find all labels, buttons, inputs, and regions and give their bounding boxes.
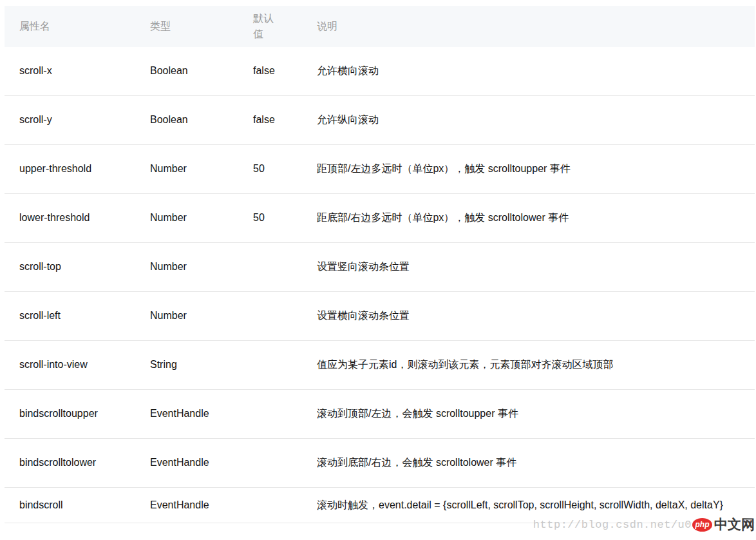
type-cell: EventHandle — [135, 390, 238, 439]
table-row: scroll-top Number 设置竖向滚动条位置 — [5, 243, 755, 292]
table-row: scroll-y Boolean false 允许纵向滚动 — [5, 96, 755, 145]
table-row: lower-threshold Number 50 距底部/右边多远时（单位px… — [5, 194, 755, 243]
default-value-cell: false — [238, 47, 302, 96]
type-cell: Boolean — [135, 96, 238, 145]
description-cell: 滚动到顶部/左边，会触发 scrolltoupper 事件 — [302, 390, 755, 439]
column-header-default: 默认值 — [238, 6, 302, 47]
property-name-cell: scroll-left — [5, 292, 135, 341]
properties-table: 属性名 类型 默认值 说明 scroll-x Boolean false 允许横… — [5, 6, 755, 523]
default-value-cell: 50 — [238, 145, 302, 194]
header-row: 属性名 类型 默认值 说明 — [5, 6, 755, 47]
property-name-cell: scroll-into-view — [5, 341, 135, 390]
type-cell: Number — [135, 145, 238, 194]
php-logo-suffix: 中文网 — [714, 516, 755, 534]
description-cell: 允许纵向滚动 — [302, 96, 755, 145]
type-cell: Number — [135, 292, 238, 341]
watermark-url-text: http://blog.csdn.net/u0 — [533, 519, 692, 531]
column-header-description-label: 说明 — [317, 21, 337, 32]
table-row: bindscrolltolower EventHandle 滚动到底部/右边，会… — [5, 439, 755, 488]
column-header-type-label: 类型 — [150, 21, 171, 32]
table-body: scroll-x Boolean false 允许横向滚动 scroll-y B… — [5, 47, 755, 523]
default-value-cell — [238, 439, 302, 488]
table-header: 属性名 类型 默认值 说明 — [5, 6, 755, 47]
property-name-cell: upper-threshold — [5, 145, 135, 194]
description-cell: 值应为某子元素id，则滚动到该元素，元素顶部对齐滚动区域顶部 — [302, 341, 755, 390]
table-row: upper-threshold Number 50 距顶部/左边多远时（单位px… — [5, 145, 755, 194]
property-name-cell: scroll-top — [5, 243, 135, 292]
column-header-default-label: 默认值 — [253, 11, 275, 42]
column-header-type: 类型 — [135, 6, 238, 47]
page: 属性名 类型 默认值 说明 scroll-x Boolean false 允许横… — [0, 0, 756, 540]
type-cell: Number — [135, 194, 238, 243]
column-header-name-label: 属性名 — [19, 21, 50, 32]
type-cell: EventHandle — [135, 488, 238, 523]
watermark: http://blog.csdn.net/u0 php 中文网 — [533, 516, 755, 533]
table-row: scroll-left Number 设置横向滚动条位置 — [5, 292, 755, 341]
properties-table-container: 属性名 类型 默认值 说明 scroll-x Boolean false 允许横… — [5, 6, 755, 523]
type-cell: String — [135, 341, 238, 390]
type-cell: Number — [135, 243, 238, 292]
default-value-cell — [238, 390, 302, 439]
column-header-description: 说明 — [302, 6, 755, 47]
description-cell: 设置竖向滚动条位置 — [302, 243, 755, 292]
description-cell: 允许横向滚动 — [302, 47, 755, 96]
table-row: bindscrolltoupper EventHandle 滚动到顶部/左边，会… — [5, 390, 755, 439]
description-cell: 距底部/右边多远时（单位px），触发 scrolltolower 事件 — [302, 194, 755, 243]
default-value-cell — [238, 292, 302, 341]
default-value-cell — [238, 341, 302, 390]
property-name-cell: bindscrolltoupper — [5, 390, 135, 439]
default-value-cell — [238, 488, 302, 523]
table-row: scroll-x Boolean false 允许横向滚动 — [5, 47, 755, 96]
column-header-name: 属性名 — [5, 6, 135, 47]
description-cell: 设置横向滚动条位置 — [302, 292, 755, 341]
type-cell: Boolean — [135, 47, 238, 96]
default-value-cell — [238, 243, 302, 292]
property-name-cell: lower-threshold — [5, 194, 135, 243]
property-name-cell: scroll-y — [5, 96, 135, 145]
description-cell: 滚动到底部/右边，会触发 scrolltolower 事件 — [302, 439, 755, 488]
property-name-cell: bindscrolltolower — [5, 439, 135, 488]
property-name-cell: bindscroll — [5, 488, 135, 523]
table-row: scroll-into-view String 值应为某子元素id，则滚动到该元… — [5, 341, 755, 390]
description-cell: 距顶部/左边多远时（单位px），触发 scrolltoupper 事件 — [302, 145, 755, 194]
default-value-cell: 50 — [238, 194, 302, 243]
php-logo-badge-icon: php — [692, 518, 712, 532]
property-name-cell: scroll-x — [5, 47, 135, 96]
type-cell: EventHandle — [135, 439, 238, 488]
default-value-cell: false — [238, 96, 302, 145]
php-cn-logo: php 中文网 — [692, 516, 755, 534]
